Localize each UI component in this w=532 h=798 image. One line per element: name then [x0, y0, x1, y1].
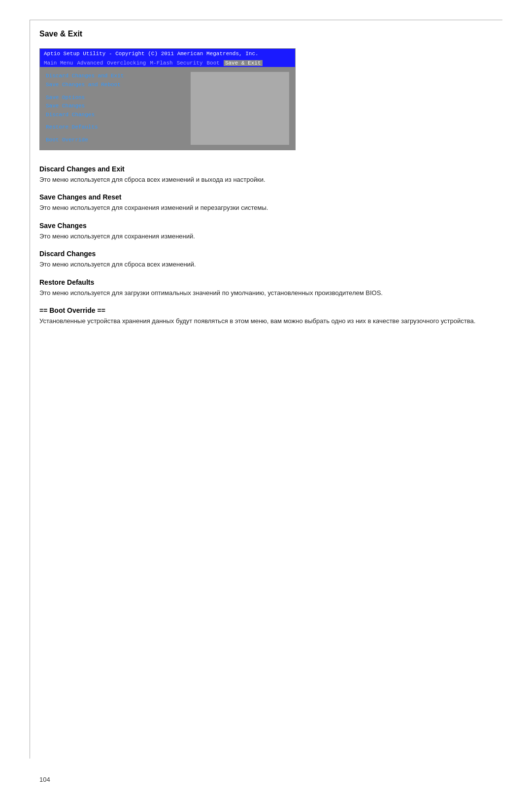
bios-spacer-3 — [46, 132, 186, 136]
bios-nav-advanced: Advanced — [77, 60, 103, 66]
section-desc-save-changes: Это меню используется для сохранения изм… — [39, 232, 493, 241]
section-desc-discard-changes: Это меню используется для сброса всех из… — [39, 260, 493, 269]
bios-menu-discard-exit[interactable]: Discard Changes and Exit — [46, 72, 186, 81]
section-title-save-changes: Save Changes — [39, 222, 493, 230]
bios-nav-boot: Boot — [206, 60, 219, 66]
section-title-discard-exit: Discard Changes and Exit — [39, 165, 493, 173]
section-boot-override: == Boot Override == Установленные устрой… — [39, 306, 493, 326]
bios-nav-mflash: M-Flash — [150, 60, 172, 66]
section-title-save-reset: Save Changes and Reset — [39, 193, 493, 201]
bios-nav-save-exit: Save & Exit — [224, 60, 263, 66]
section-save-changes-reset: Save Changes and Reset Это меню использу… — [39, 193, 493, 213]
bios-screenshot: Aptio Setup Utility - Copyright (C) 2011… — [39, 48, 296, 150]
page-title: Save & Exit — [39, 30, 493, 38]
bios-menu-boot-override[interactable]: Boot Override — [46, 136, 186, 145]
page-number: 104 — [39, 776, 50, 783]
bios-spacer-2 — [46, 119, 186, 123]
bios-menu-restore-defaults[interactable]: Restore Defaults — [46, 123, 186, 132]
section-desc-discard-exit: Это меню используется для сброса всех из… — [39, 175, 493, 185]
section-discard-changes-exit: Discard Changes and Exit Это меню исполь… — [39, 165, 493, 185]
bios-nav-bar: Main Menu Advanced Overclocking M-Flash … — [40, 59, 295, 67]
bios-menu-discard-changes[interactable]: Discard Changes — [46, 111, 186, 120]
bios-nav-main: Main Menu — [44, 60, 73, 66]
bios-right-panel — [191, 72, 289, 144]
bios-menu-save-changes[interactable]: Save Changes — [46, 102, 186, 111]
bios-nav-overclocking: Overclocking — [107, 60, 146, 66]
bios-content-area: Discard Changes and Exit Save Changes an… — [40, 67, 295, 149]
bios-menu-save-reboot[interactable]: Save Changes and Reboot — [46, 81, 186, 90]
section-save-changes: Save Changes Это меню используется для с… — [39, 222, 493, 241]
section-desc-restore-defaults: Это меню используется для загрузки оптим… — [39, 288, 493, 298]
bios-header: Aptio Setup Utility - Copyright (C) 2011… — [40, 49, 295, 59]
section-desc-save-reset: Это меню используется для сохранения изм… — [39, 203, 493, 213]
section-title-boot-override: == Boot Override == — [39, 306, 493, 314]
bios-left-panel: Discard Changes and Exit Save Changes an… — [46, 72, 191, 144]
section-title-restore-defaults: Restore Defaults — [39, 278, 493, 286]
section-restore-defaults: Restore Defaults Это меню используется д… — [39, 278, 493, 298]
section-discard-changes: Discard Changes Это меню используется дл… — [39, 250, 493, 269]
bios-menu-save-options[interactable]: Save Options — [46, 94, 186, 102]
bios-spacer-1 — [46, 90, 186, 94]
section-title-discard-changes: Discard Changes — [39, 250, 493, 258]
bios-nav-security: Security — [177, 60, 203, 66]
section-desc-boot-override: Установленные устройства хранения данных… — [39, 316, 493, 326]
